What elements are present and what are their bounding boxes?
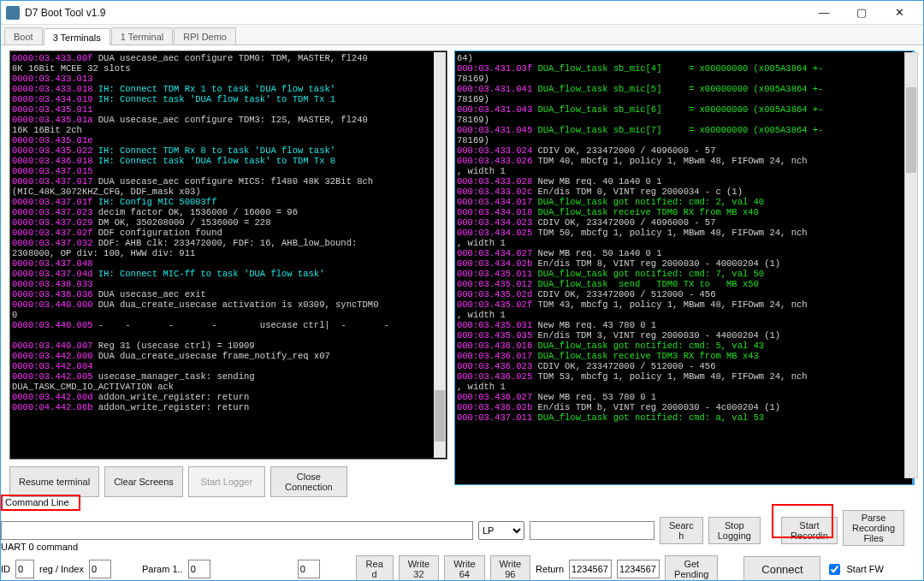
tab-bar: Boot 3 Terminals 1 Terminal RPI Demo [1,25,923,45]
reg-input[interactable] [89,560,111,578]
return2-input[interactable] [617,560,660,578]
search-input[interactable] [530,521,654,540]
terminal-right[interactable]: 64) 000:03.431.03f DUA_flow_task sb_mic[… [454,50,915,485]
resume-terminal-button[interactable]: Resume terminal [9,466,99,497]
close-connection-button[interactable]: Close Connection [270,466,347,497]
lp-select[interactable]: LP [478,521,524,540]
start-fw-check[interactable] [829,564,840,575]
tab-boot[interactable]: Boot [4,27,43,44]
command-row: LP Searc h Stop Logging Start Recordin P… [1,515,916,546]
tab-rpi-demo[interactable]: RPI Demo [174,27,236,44]
minimize-button[interactable]: — [805,1,843,25]
connect-button[interactable]: Connect [743,556,820,581]
start-recording-button[interactable]: Start Recordin [781,517,838,544]
terminal-left-scrollbar[interactable] [434,52,446,458]
command-line-input[interactable] [1,521,473,540]
param-label: Param 1.. [142,564,183,574]
scrollbar-thumb[interactable] [435,390,445,442]
id-label: ID [1,564,10,574]
param1-input[interactable] [188,560,210,578]
reg-label: reg / Index [39,564,84,574]
stop-logging-button[interactable]: Stop Logging [708,517,761,544]
close-button[interactable]: ✕ [880,1,918,25]
clear-screens-button[interactable]: Clear Screens [104,466,183,497]
start-logger-button: Start Logger [188,466,265,497]
parse-recording-button[interactable]: Parse Recording Files [843,510,904,546]
maximize-button[interactable]: ▢ [843,1,880,25]
get-pending-button[interactable]: Get Pending [665,555,718,581]
start-fw-checkbox[interactable]: Start FW [826,561,883,578]
app-icon [6,6,20,20]
search-button[interactable]: Searc h [660,517,703,544]
uart-label: UART 0 command [1,542,78,552]
terminal-left[interactable]: 0000:03.433.00f DUA usecase_aec configur… [9,50,447,459]
read-button[interactable]: Rea d [356,555,394,581]
start-fw-label: Start FW [846,564,883,574]
page-scrollbar[interactable] [904,52,918,478]
param2-input[interactable] [298,560,320,578]
return-label: Return [536,564,564,574]
tab-content: 0000:03.433.00f DUA usecase_aec configur… [1,45,923,580]
write64-button[interactable]: Write 64 [444,555,484,581]
window-title: D7 Boot Tool v1.9 [25,7,805,19]
tab-3-terminals[interactable]: 3 Terminals [44,28,110,45]
command-line-label: Command Line [4,497,70,507]
return1-input[interactable] [569,560,612,578]
page-scrollbar-thumb[interactable] [906,87,916,173]
tab-1-terminal[interactable]: 1 Terminal [111,27,174,44]
write32-button[interactable]: Write 32 [399,555,439,581]
uart-row: ID reg / Index Param 1.. Rea d Write 32 … [1,555,916,581]
id-input[interactable] [15,560,34,578]
titlebar: D7 Boot Tool v1.9 — ▢ ✕ [1,1,923,25]
terminals-area: 0000:03.433.00f DUA usecase_aec configur… [9,50,915,487]
terminal-controls: Resume terminal Clear Screens Start Logg… [9,466,915,502]
write96-button[interactable]: Write 96 [490,555,530,581]
